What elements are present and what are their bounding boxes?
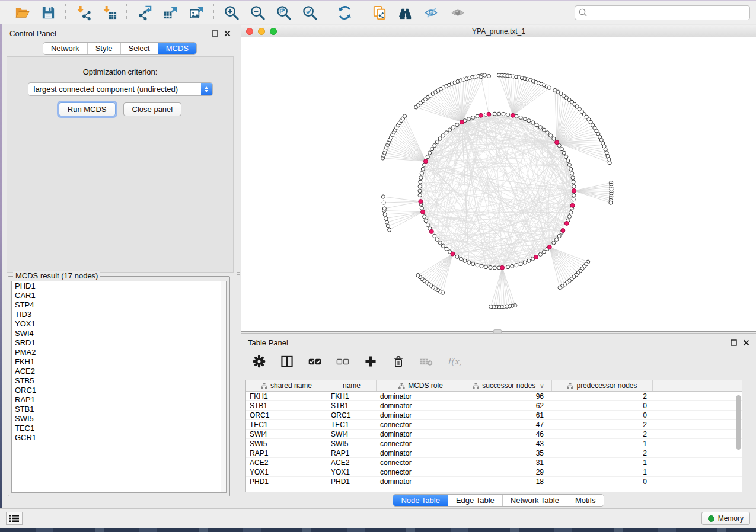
list-item[interactable]: RAP1	[12, 395, 226, 405]
save-session-button[interactable]	[39, 4, 57, 21]
cell-name: SWI5	[327, 439, 377, 448]
criterion-dropdown[interactable]: largest connected component (undirected)	[28, 82, 213, 96]
close-panel-action-button[interactable]: Close panel	[123, 102, 182, 116]
node-table[interactable]: shared namenameMCDS rolesuccessor nodes∨…	[245, 380, 742, 492]
open-file-button[interactable]	[13, 4, 31, 21]
run-mcds-button[interactable]: Run MCDS	[59, 102, 116, 116]
tab-network[interactable]: Network	[43, 43, 88, 54]
hide-selected-button[interactable]	[423, 4, 441, 21]
zoom-fit-button[interactable]	[275, 4, 292, 21]
add-column-icon	[363, 354, 378, 368]
float-icon	[212, 30, 218, 37]
memory-button[interactable]: Memory	[701, 512, 750, 525]
column-header-name[interactable]: name	[327, 380, 377, 391]
mcds-result-title: MCDS result (17 nodes)	[13, 271, 100, 280]
cell-MCDS-role: dominator	[377, 448, 465, 457]
table-row[interactable]: ORC1ORC1dominator610	[246, 411, 742, 420]
zoom-out-button[interactable]	[248, 4, 266, 21]
delete-column-button[interactable]	[391, 354, 406, 369]
select-all-checkboxes-button[interactable]	[307, 354, 323, 369]
list-item[interactable]: GCR1	[12, 433, 226, 443]
tab-motifs[interactable]: Motifs	[567, 495, 604, 506]
tab-node-table[interactable]: Node Table	[393, 495, 448, 506]
float-table-panel-button[interactable]	[730, 339, 738, 347]
list-item[interactable]: ACE2	[12, 367, 226, 376]
binoculars-button[interactable]	[397, 4, 414, 21]
table-row[interactable]: FKH1FKH1dominator962	[246, 392, 742, 401]
cell-shared-name: FKH1	[246, 392, 327, 400]
list-scrollbar[interactable]	[221, 281, 226, 492]
show-all-button[interactable]	[449, 4, 467, 21]
sort-descending-icon: ∨	[540, 383, 544, 389]
split-columns-button[interactable]	[279, 354, 295, 369]
duplicate-network-button[interactable]	[371, 4, 388, 21]
deselect-all-checkboxes-button[interactable]	[335, 354, 350, 369]
mcds-result-groupbox: MCDS result (17 nodes) PHD1CAR1STP4TID3Y…	[8, 276, 230, 496]
task-history-button[interactable]	[6, 512, 23, 525]
cell-successor-nodes: 18	[465, 477, 552, 486]
vertical-splitter[interactable]	[237, 265, 240, 278]
refresh-button[interactable]	[336, 4, 353, 21]
close-table-panel-button[interactable]	[742, 339, 750, 347]
cell-name: ORC1	[327, 411, 377, 419]
tab-style[interactable]: Style	[88, 43, 121, 54]
search-input[interactable]	[575, 5, 750, 20]
float-panel-button[interactable]	[211, 30, 219, 37]
list-item[interactable]: PHD1	[12, 281, 226, 291]
cell-MCDS-role: connector	[377, 420, 465, 429]
column-header-successor-nodes[interactable]: successor nodes∨	[465, 380, 552, 391]
list-item[interactable]: ORC1	[12, 386, 226, 395]
table-row[interactable]: STB1STB1dominator620	[246, 401, 742, 411]
list-item[interactable]: SWI4	[12, 329, 226, 338]
export-network-button[interactable]	[135, 4, 153, 21]
list-item[interactable]: STP4	[12, 300, 226, 310]
column-header-MCDS-role[interactable]: MCDS role	[377, 380, 465, 391]
export-table-button[interactable]	[161, 4, 179, 21]
list-item[interactable]: CAR1	[12, 291, 226, 300]
table-row[interactable]: SWI4SWI4dominator462	[246, 430, 742, 439]
scrollbar-thumb[interactable]	[736, 395, 741, 450]
status-bar: Memory	[0, 508, 756, 528]
column-header-predecessor-nodes[interactable]: predecessor nodes	[552, 380, 653, 391]
list-item[interactable]: STB5	[12, 376, 226, 386]
import-network-button[interactable]	[74, 4, 92, 21]
cell-MCDS-role: connector	[377, 467, 465, 476]
list-item[interactable]: TID3	[12, 310, 226, 319]
import-table-button[interactable]	[100, 4, 118, 21]
table-row[interactable]: ACE2ACE2connector311	[246, 458, 742, 467]
list-item[interactable]: SRD1	[12, 338, 226, 348]
network-graph[interactable]	[241, 37, 755, 331]
list-item[interactable]: TEC1	[12, 424, 226, 433]
zoom-in-button[interactable]	[222, 4, 240, 21]
table-row[interactable]: SWI5SWI5connector431	[246, 439, 742, 448]
table-row[interactable]: RAP1RAP1dominator352	[246, 448, 742, 458]
tab-edge-table[interactable]: Edge Table	[448, 495, 503, 506]
table-scrollbar[interactable]	[736, 395, 741, 490]
float-icon	[731, 339, 737, 346]
mcds-result-list[interactable]: PHD1CAR1STP4TID3YOX1SWI4SRD1PMA2FKH1ACE2…	[11, 281, 227, 493]
tab-network-table[interactable]: Network Table	[503, 495, 567, 506]
network-titlebar[interactable]: YPA_prune.txt_1	[241, 25, 756, 37]
list-item[interactable]: YOX1	[12, 319, 226, 329]
column-label: shared name	[270, 382, 312, 390]
export-image-button[interactable]	[187, 4, 205, 21]
add-column-button[interactable]	[363, 354, 378, 369]
tab-select[interactable]: Select	[121, 43, 158, 54]
list-icon	[9, 514, 19, 523]
column-header-shared-name[interactable]: shared name	[246, 380, 327, 391]
settings-gear-button[interactable]	[251, 354, 267, 369]
close-panel-button[interactable]	[224, 30, 231, 37]
list-item[interactable]: STB1	[12, 405, 226, 414]
zoom-selected-button[interactable]	[301, 4, 318, 21]
list-item[interactable]: SWI5	[12, 414, 226, 424]
list-item[interactable]: FKH1	[12, 357, 226, 367]
table-row[interactable]: YOX1YOX1connector291	[246, 467, 742, 477]
table-row[interactable]: PHD1PHD1dominator180	[246, 477, 742, 486]
tab-mcds[interactable]: MCDS	[158, 43, 196, 54]
list-item[interactable]: PMA2	[12, 348, 226, 357]
dropdown-stepper-icon	[201, 83, 212, 95]
cell-successor-nodes: 31	[465, 458, 552, 467]
settings-gear-icon	[252, 354, 266, 368]
network-canvas[interactable]	[241, 37, 756, 331]
table-row[interactable]: TEC1TEC1connector472	[246, 420, 742, 430]
